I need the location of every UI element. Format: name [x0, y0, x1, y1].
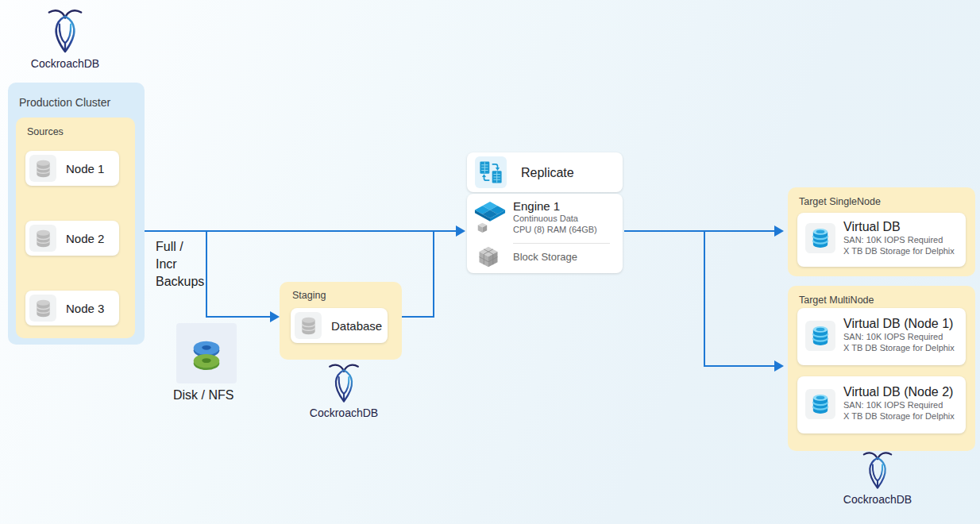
virtual-db-icon — [805, 321, 835, 351]
arrowhead-target-multi — [774, 360, 784, 372]
virtual-db-title: Virtual DB (Node 2) — [843, 384, 955, 399]
cockroachdb-logo-label: CockroachDB — [31, 57, 99, 70]
production-cluster-title: Production Cluster — [19, 96, 110, 109]
node-label: Node 1 — [66, 162, 104, 175]
block-storage-label: Block Storage — [513, 251, 577, 263]
virtual-db-line1: SAN: 10K IOPS Required — [843, 331, 955, 342]
database-icon — [295, 312, 322, 339]
connector-staging-out — [402, 316, 434, 318]
virtual-db-title: Virtual DB (Node 1) — [843, 316, 955, 331]
virtual-db-line2: X TB DB Storage for Delphix — [843, 410, 955, 422]
target-multi-box: Target MultiNode Virtual DB (Node 1) SAN… — [788, 286, 975, 451]
engine-text: Engine 1 Continuous Data CPU (8) RAM (64… — [513, 199, 597, 235]
block-storage-icon — [476, 246, 500, 268]
cockroachdb-logo-staging: CockroachDB — [304, 361, 384, 419]
database-label: Database — [331, 319, 382, 333]
production-cluster-box: Production Cluster Sources Node 1 Node 2… — [8, 83, 145, 345]
arrowhead-target-single — [774, 225, 784, 237]
virtual-db-node1-card: Virtual DB (Node 1) SAN: 10K IOPS Requir… — [797, 308, 966, 365]
cockroachdb-icon — [326, 361, 362, 405]
cockroachdb-icon — [44, 6, 86, 56]
disk-nfs-label: Disk / NFS — [173, 388, 233, 403]
virtual-db-line1: SAN: 10K IOPS Required — [843, 234, 955, 245]
target-single-box: Target SingleNode Virtual DB SAN: 10K IO… — [788, 187, 975, 276]
engine-icon — [473, 200, 507, 235]
cockroachdb-logo-target: CockroachDB — [838, 449, 917, 506]
diagram-canvas: CockroachDB Production Cluster Sources N… — [0, 0, 980, 524]
staging-title: Staging — [292, 290, 326, 301]
connector-main — [145, 230, 456, 232]
database-icon — [29, 155, 56, 182]
engine-subtitle-2: CPU (8) RAM (64GB) — [513, 224, 597, 235]
virtual-db-icon — [805, 389, 835, 419]
virtual-db-line2: X TB DB Storage for Delphix — [843, 245, 955, 256]
connector-staging-up — [433, 230, 434, 318]
connector-backup-right — [206, 316, 271, 318]
virtual-db-title: Virtual DB — [843, 219, 955, 234]
arrowhead-engine — [456, 225, 465, 237]
engine-card: Engine 1 Continuous Data CPU (8) RAM (64… — [467, 194, 623, 273]
virtual-db-card: Virtual DB SAN: 10K IOPS Required X TB D… — [797, 213, 966, 267]
replicate-header-card: Replicate — [467, 152, 623, 192]
connector-backup-down — [206, 230, 207, 318]
virtual-db-icon — [805, 223, 835, 253]
connector-engine-out — [624, 230, 774, 232]
replicate-icon — [475, 156, 507, 188]
node-label: Node 2 — [66, 232, 104, 245]
cockroachdb-icon — [860, 449, 895, 491]
node-card-3: Node 3 — [25, 291, 119, 326]
virtual-db-line1: SAN: 10K IOPS Required — [843, 399, 955, 410]
database-icon — [29, 225, 56, 252]
virtual-db-line2: X TB DB Storage for Delphix — [843, 342, 955, 353]
disk-nfs-tile — [176, 323, 237, 383]
disk-stack-icon — [188, 332, 225, 375]
node-card-1: Node 1 — [25, 151, 119, 186]
engine-subtitle-1: Continuous Data — [513, 213, 597, 224]
node-label: Node 3 — [66, 302, 104, 315]
database-icon — [29, 295, 56, 322]
staging-box: Staging Database — [280, 282, 402, 360]
sources-box: Sources Node 1 Node 2 Node 3 — [16, 118, 135, 338]
cockroachdb-logo-label: CockroachDB — [843, 493, 912, 506]
sources-title: Sources — [27, 126, 64, 137]
virtual-db-node2-card: Virtual DB (Node 2) SAN: 10K IOPS Requir… — [797, 376, 966, 433]
database-card: Database — [291, 308, 388, 343]
cockroachdb-logo-label: CockroachDB — [310, 406, 378, 419]
replicate-title: Replicate — [521, 165, 574, 180]
arrowhead-staging — [270, 311, 280, 322]
connector-target-multi — [704, 365, 774, 367]
backups-label: Full / Incr Backups — [156, 238, 204, 291]
engine-title: Engine 1 — [513, 199, 597, 213]
target-multi-title: Target MultiNode — [799, 295, 874, 306]
connector-target-down — [704, 230, 705, 367]
cockroachdb-logo-top: CockroachDB — [25, 6, 105, 70]
node-card-2: Node 2 — [25, 221, 119, 256]
target-single-title: Target SingleNode — [799, 196, 881, 207]
engine-divider — [513, 243, 610, 244]
